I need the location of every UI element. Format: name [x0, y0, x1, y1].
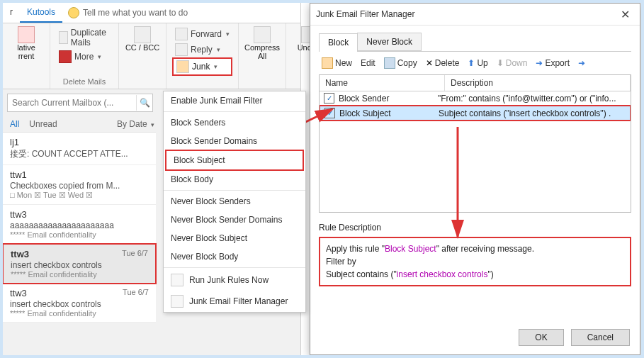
chevron-down-icon: ▾: [217, 46, 220, 53]
duplicate-icon: [59, 31, 68, 44]
export-button[interactable]: ➜Export: [536, 58, 570, 68]
down-button[interactable]: ⬇Down: [497, 58, 528, 68]
chevron-down-icon: ▾: [151, 121, 154, 128]
junk-button[interactable]: Junk▾: [172, 57, 232, 76]
relative-button[interactable]: lative rrent: [9, 26, 44, 60]
search-input[interactable]: [8, 98, 136, 108]
up-icon: ⬆: [468, 58, 475, 68]
forward-button[interactable]: Forward▾: [172, 26, 232, 42]
tell-me-label: Tell me what you want to do: [83, 8, 188, 18]
mail-item[interactable]: lj1 接受: COUNT ACCEPT ATTE...: [3, 133, 156, 165]
copy-icon: [384, 57, 395, 69]
menu-filter-manager[interactable]: Junk Email Filter Manager: [164, 291, 305, 312]
import-button[interactable]: ➜: [578, 58, 585, 68]
junk-icon: [176, 60, 189, 73]
chevron-down-icon: ▾: [98, 53, 101, 60]
delete-button[interactable]: ✕Delete: [426, 58, 460, 68]
menu-enable-filter[interactable]: Enable Junk Email Filter: [164, 91, 305, 110]
down-icon: ⬇: [497, 58, 504, 68]
tab-block[interactable]: Block: [319, 33, 358, 52]
cc-bcc-button[interactable]: CC / BCC: [125, 26, 160, 52]
relative-icon: [18, 26, 35, 43]
copy-button[interactable]: Copy: [384, 57, 417, 69]
mail-item-selected[interactable]: Tue 6/7 ttw3 insert checkbox controls **…: [2, 243, 157, 284]
close-button[interactable]: ✕: [616, 8, 634, 21]
mail-list: lj1 接受: COUNT ACCEPT ATTE... ttw1 Checkb…: [3, 132, 156, 323]
menu-never-block-subject[interactable]: Never Block Subject: [164, 229, 305, 247]
delete-icon: ✕: [426, 58, 433, 68]
menu-block-subject[interactable]: Block Subject: [165, 150, 304, 171]
export-icon: ➜: [536, 58, 543, 68]
tab-fragment[interactable]: r: [3, 3, 20, 23]
mail-item[interactable]: ttw3 aaaaaaaaaaaaaaaaaaaaaa ***** Email …: [3, 205, 156, 244]
duplicate-mails-button[interactable]: Duplicate Mails: [56, 26, 113, 49]
compress-icon: [254, 26, 271, 43]
search-icon[interactable]: 🔍: [136, 95, 152, 111]
compress-all-button[interactable]: Compress All: [244, 26, 280, 60]
rule-row-selected[interactable]: ✓ Block Subject Subject contains ("inser…: [320, 105, 631, 121]
junk-dropdown-menu: Enable Junk Email Filter Block Senders B…: [163, 91, 306, 313]
col-name[interactable]: Name: [320, 75, 445, 91]
run-icon: [171, 274, 183, 286]
ribbon: lative rrent Duplicate Mails More▾ Delet…: [3, 23, 300, 89]
rule-value-link[interactable]: insert checkbox controls: [397, 269, 488, 279]
tab-kutools[interactable]: Kutools: [20, 3, 62, 23]
annotation-arrow: [436, 127, 479, 247]
forward-icon: [175, 28, 188, 40]
dialog-toolbar: New Edit Copy ✕Delete ⬆Up ⬇Down ➜Export …: [319, 52, 631, 74]
search-mailbox: 🔍: [7, 94, 153, 112]
filter-all[interactable]: All: [10, 119, 19, 129]
mail-item[interactable]: Tue 6/7 ttw3 insert checkbox controls **…: [3, 284, 156, 323]
ribbon-tabs: r Kutools Tell me what you want to do: [3, 3, 300, 23]
reply-button[interactable]: Reply▾: [172, 42, 232, 57]
menu-never-block-sender-domains[interactable]: Never Block Sender Domains: [164, 211, 305, 229]
menu-never-block-body[interactable]: Never Block Body: [164, 247, 305, 266]
dialog-title: Junk Email Filter Manager: [316, 9, 616, 19]
tab-never-block[interactable]: Never Block: [357, 33, 422, 51]
menu-block-sender-domains[interactable]: Block Sender Domains: [164, 132, 305, 150]
up-button[interactable]: ⬆Up: [468, 58, 487, 68]
mail-filter-row: All Unread By Date ▾: [3, 116, 162, 132]
ok-button[interactable]: OK: [519, 329, 563, 346]
dialog-tabs: Block Never Block: [319, 33, 631, 52]
rule-name-link[interactable]: Block Subject: [385, 244, 436, 254]
tell-me[interactable]: Tell me what you want to do: [62, 3, 193, 23]
filter-unread[interactable]: Unread: [29, 119, 57, 129]
cancel-button[interactable]: Cancel: [571, 329, 630, 346]
menu-block-body[interactable]: Block Body: [164, 170, 305, 189]
bulb-icon: [68, 7, 79, 18]
reply-icon: [175, 43, 188, 56]
menu-block-senders[interactable]: Block Senders: [164, 113, 305, 132]
more-button[interactable]: More▾: [56, 49, 113, 65]
import-icon: ➜: [578, 58, 585, 68]
new-button[interactable]: New: [322, 57, 352, 69]
chevron-down-icon: ▾: [226, 30, 230, 38]
edit-button[interactable]: Edit: [361, 58, 375, 68]
new-icon: [322, 57, 333, 69]
sort-by-date[interactable]: By Date ▾: [117, 119, 154, 129]
people-icon: [134, 26, 151, 43]
rule-row[interactable]: ✓ Block Sender "From:" contains ("info@t…: [320, 91, 631, 106]
mail-item[interactable]: ttw1 Checkboxes copied from M... □ Mon ☒…: [3, 165, 156, 205]
menu-run-rules[interactable]: Run Junk Rules Now: [164, 269, 305, 291]
manager-icon: [171, 295, 183, 308]
chevron-down-icon: ▾: [214, 63, 218, 70]
menu-never-block-senders[interactable]: Never Block Senders: [164, 192, 305, 211]
col-description[interactable]: Description: [445, 75, 631, 91]
group-delete-mails: Delete Mails: [56, 77, 113, 86]
x-icon: [59, 50, 72, 63]
